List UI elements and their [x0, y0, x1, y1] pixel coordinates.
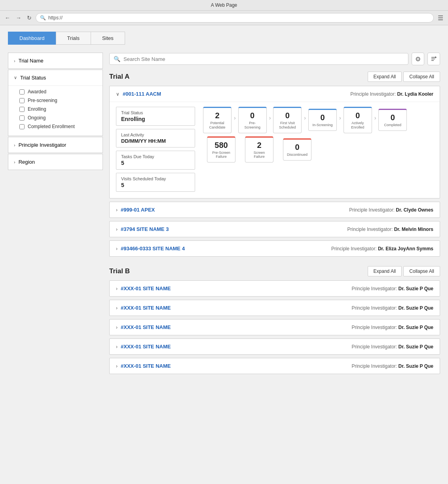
- pi-label: Principle Investigator: [19, 142, 66, 148]
- sidebar-section-trial-status-header[interactable]: ∨ Trial Status: [8, 70, 103, 85]
- trial-a-title: Trial A: [109, 73, 129, 81]
- site-xxx-5-header[interactable]: › #XXX-01 SITE NAME Principle Investigat…: [110, 358, 440, 374]
- trial-b-collapse-all-button[interactable]: Collapse All: [403, 266, 440, 276]
- trial-b-expand-all-button[interactable]: Expand All: [368, 266, 402, 276]
- page-content: Dashboard Trials Sites › Trial Name ∨ Tr…: [0, 25, 448, 484]
- region-label: Region: [19, 159, 35, 165]
- completed-enrollment-checkbox[interactable]: [19, 124, 25, 129]
- potential-label: PotentialCandidate: [205, 121, 230, 130]
- checkbox-awarded[interactable]: Awarded: [19, 87, 97, 96]
- trial-status-label: Trial Status: [20, 75, 46, 81]
- site-xxx-4-header[interactable]: › #XXX-01 SITE NAME Principle Investigat…: [110, 339, 440, 354]
- site-card-3794-header[interactable]: › #3794 SITE NAME 3 Principle Investigat…: [110, 221, 440, 237]
- checkbox-prescreening[interactable]: Pre-screening: [19, 96, 97, 105]
- menu-button[interactable]: ☰: [436, 13, 445, 23]
- sidebar-section-trial-status: ∨ Trial Status Awarded Pre-screening Enr…: [8, 70, 103, 136]
- flow-box-screenfail: 2 ScreenFailure: [245, 136, 273, 163]
- site-999-pi: Principle Investigator: Dr. Clyde Ownes: [349, 207, 433, 213]
- back-button[interactable]: ←: [3, 14, 12, 22]
- checkbox-ongoing[interactable]: Ongoing: [19, 113, 97, 122]
- checkbox-enrolling[interactable]: Enrolling: [19, 105, 97, 113]
- flow-bottom-row: 580 Pre-ScreenFailure 2 ScreenFailure: [205, 136, 433, 163]
- site-xxx-5-title: › #XXX-01 SITE NAME: [116, 363, 171, 369]
- site-999-link[interactable]: #999-01 APEX: [121, 207, 155, 213]
- forward-button[interactable]: →: [14, 14, 23, 22]
- site-xxx-3-title: › #XXX-01 SITE NAME: [116, 324, 171, 330]
- search-input[interactable]: [123, 56, 404, 62]
- tab-sites[interactable]: Sites: [91, 32, 125, 45]
- site-xxx-4-link[interactable]: #XXX-01 SITE NAME: [121, 344, 171, 350]
- screenfail-label: ScreenFailure: [247, 151, 271, 159]
- flow-completed: 0 Completed: [377, 109, 408, 131]
- site-card-999: › #999-01 APEX Principle Investigator: D…: [109, 202, 440, 218]
- trial-status-body: Awarded Pre-screening Enrolling Ongoing: [8, 85, 103, 136]
- trial-status-panel-value: Enrolling: [121, 116, 190, 122]
- enrolling-checkbox[interactable]: [19, 107, 25, 112]
- url-text: https://: [48, 15, 63, 21]
- site-001-body: Trial Status Enrolling Last Activity DD/…: [110, 102, 440, 198]
- settings-button[interactable]: ⚙: [412, 53, 424, 65]
- site-card-999-header[interactable]: › #999-01 APEX Principle Investigator: D…: [110, 202, 440, 217]
- flow-screen-failure: 2 ScreenFailure: [243, 136, 275, 163]
- awarded-checkbox[interactable]: [19, 89, 25, 95]
- sort-button[interactable]: [427, 53, 440, 65]
- site-xxx-3-pi: Principle Investigator: Dr. Suzie P Que: [351, 325, 433, 330]
- search-bar: 🔍: [109, 53, 408, 65]
- site-93466-title: › #93466-0333 SITE NAME 4: [116, 246, 185, 251]
- chevron-right-icon: ›: [14, 59, 15, 63]
- site-3794-link[interactable]: #3794 SITE NAME 3: [121, 226, 169, 232]
- flow-discontinued: 0 Discontinued: [281, 138, 313, 161]
- tasks-due-value: 5: [121, 160, 190, 166]
- trial-a-expand-all-button[interactable]: Expand All: [368, 72, 402, 82]
- prescreening-checkbox[interactable]: [19, 98, 25, 103]
- flow-actively-enrolled: 0 ActivelyEnrolled: [342, 107, 374, 133]
- flow-box-inscreening: 0 In-Screening: [308, 109, 337, 131]
- page-title: A Web Page: [211, 2, 237, 8]
- potential-num: 2: [205, 111, 230, 120]
- enrolled-label: ActivelyEnrolled: [345, 121, 370, 130]
- trial-a-header: Trial A Expand All Collapse All: [109, 72, 440, 82]
- chevron-right-icon-999: ›: [116, 207, 118, 213]
- site-xxx-1-link[interactable]: #XXX-01 SITE NAME: [121, 285, 171, 291]
- refresh-button[interactable]: ↻: [25, 14, 33, 22]
- inscreening-label: In-Screening: [310, 123, 335, 127]
- site-93466-link[interactable]: #93466-0333 SITE NAME 4: [121, 246, 185, 251]
- site-card-xxx-4: › #XXX-01 SITE NAME Principle Investigat…: [109, 338, 440, 355]
- site-xxx-2-pi: Principle Investigator: Dr. Suzie P Que: [351, 305, 433, 311]
- site-card-xxx-5: › #XXX-01 SITE NAME Principle Investigat…: [109, 358, 440, 374]
- site-xxx-3-header[interactable]: › #XXX-01 SITE NAME Principle Investigat…: [110, 320, 440, 335]
- chevron-right-icon-pi: ›: [14, 143, 15, 147]
- flow-box-discontinued: 0 Discontinued: [283, 138, 311, 161]
- site-card-xxx-3: › #XXX-01 SITE NAME Principle Investigat…: [109, 319, 440, 335]
- sidebar-section-trial-name-header[interactable]: › Trial Name: [8, 53, 103, 68]
- sidebar-section-pi-header[interactable]: › Principle Investigator: [8, 137, 103, 153]
- sidebar-section-region-header[interactable]: › Region: [8, 154, 103, 170]
- chevron-down-icon: ∨: [14, 75, 17, 80]
- site-xxx-3-link[interactable]: #XXX-01 SITE NAME: [121, 324, 171, 330]
- chevron-right-icon-xxx-2: ›: [116, 305, 118, 311]
- site-xxx-5-link[interactable]: #XXX-01 SITE NAME: [121, 363, 171, 369]
- site-card-001: ∨ #001-111 AACM Principle Investigator: …: [109, 86, 440, 199]
- site-xxx-2-link[interactable]: #XXX-01 SITE NAME: [121, 305, 171, 311]
- tab-dashboard[interactable]: Dashboard: [8, 32, 56, 45]
- sort-icon: [431, 56, 437, 62]
- address-bar[interactable]: 🔍 https://: [36, 13, 434, 23]
- visits-scheduled-value: 5: [121, 182, 190, 188]
- last-activity-label: Last Activity: [121, 132, 190, 137]
- checkbox-completed-enrollment[interactable]: Completed Enrollment: [19, 122, 97, 131]
- top-nav: Dashboard Trials Sites: [8, 32, 440, 45]
- site-001-link[interactable]: #001-111 AACM: [123, 91, 161, 97]
- trial-a-collapse-all-button[interactable]: Collapse All: [403, 72, 440, 82]
- flow-in-screening: 0 In-Screening: [307, 109, 338, 131]
- ongoing-checkbox[interactable]: [19, 115, 25, 121]
- site-xxx-1-header[interactable]: › #XXX-01 SITE NAME Principle Investigat…: [110, 281, 440, 296]
- chevron-right-icon-xxx-1: ›: [116, 286, 118, 291]
- site-xxx-2-header[interactable]: › #XXX-01 SITE NAME Principle Investigat…: [110, 300, 440, 316]
- site-001-pi: Principle Investigator: Dr. Lydia Kooler: [350, 91, 433, 97]
- site-card-001-header[interactable]: ∨ #001-111 AACM Principle Investigator: …: [110, 86, 440, 102]
- flow-box-firstvisit: 0 First VisitScheduled: [273, 107, 302, 133]
- site-card-93466-header[interactable]: › #93466-0333 SITE NAME 4 Principle Inve…: [110, 241, 440, 256]
- flow-box-potential: 2 PotentialCandidate: [203, 107, 232, 133]
- tab-trials[interactable]: Trials: [56, 32, 91, 45]
- completed-enrollment-label: Completed Enrollment: [28, 124, 75, 129]
